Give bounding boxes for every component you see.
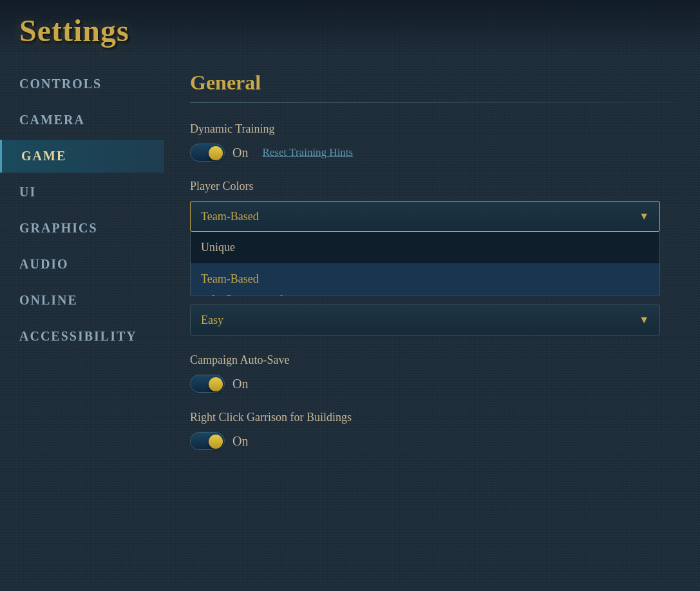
dynamic-training-group: Dynamic Training On Reset Training Hints — [190, 122, 674, 162]
dynamic-training-label: Dynamic Training — [190, 122, 674, 136]
toggle-thumb — [209, 146, 223, 160]
campaign-autosave-toggle[interactable] — [190, 375, 225, 393]
dropdown-arrow-icon: ▼ — [639, 211, 649, 222]
app-container: Settings CONTROLS CAMERA GAME UI GRAPHIC… — [0, 0, 700, 591]
sidebar-item-audio[interactable]: AUDIO — [0, 248, 164, 281]
right-click-garrison-group: Right Click Garrison for Buildings On — [190, 411, 674, 450]
player-colors-value: Team-Based — [201, 210, 259, 223]
main-layout: CONTROLS CAMERA GAME UI GRAPHICS AUDIO O… — [0, 55, 700, 591]
sidebar-item-graphics[interactable]: GRAPHICS — [0, 212, 164, 245]
sidebar-item-game[interactable]: GAME — [0, 140, 164, 173]
sidebar-item-accessibility[interactable]: ACCESSIBILITY — [0, 320, 164, 353]
player-colors-option-teambased[interactable]: Team-Based — [191, 263, 659, 295]
header: Settings — [0, 0, 700, 55]
garrison-toggle-thumb — [209, 435, 223, 449]
campaign-autosave-row: On — [190, 375, 674, 393]
dynamic-training-state: On — [232, 145, 248, 160]
section-divider — [190, 102, 674, 103]
sidebar-item-online[interactable]: ONLINE — [0, 284, 164, 317]
player-colors-group: Player Colors Team-Based ▼ Unique Team-B… — [190, 180, 674, 232]
campaign-autosave-group: Campaign Auto-Save On — [190, 353, 674, 393]
content-area: General Dynamic Training On Reset Traini… — [164, 55, 700, 591]
campaign-difficulty-arrow-icon: ▼ — [639, 314, 649, 326]
dynamic-training-row: On Reset Training Hints — [190, 144, 674, 162]
sidebar-item-controls[interactable]: CONTROLS — [0, 68, 164, 100]
toggle-track — [190, 144, 225, 162]
app-title: Settings — [19, 13, 681, 48]
right-click-garrison-toggle[interactable] — [190, 432, 225, 450]
section-title: General — [190, 71, 674, 95]
player-colors-dropdown[interactable]: Team-Based ▼ — [190, 201, 660, 232]
campaign-autosave-label: Campaign Auto-Save — [190, 353, 674, 367]
sidebar-item-camera[interactable]: CAMERA — [0, 104, 164, 136]
player-colors-option-unique[interactable]: Unique — [191, 232, 659, 263]
garrison-toggle-track — [190, 432, 225, 450]
autosave-toggle-track — [190, 375, 225, 393]
campaign-difficulty-value: Easy — [201, 314, 223, 327]
right-click-garrison-label: Right Click Garrison for Buildings — [190, 411, 674, 424]
reset-training-hints-link[interactable]: Reset Training Hints — [262, 146, 353, 159]
dynamic-training-toggle[interactable] — [190, 144, 225, 162]
campaign-difficulty-dropdown[interactable]: Easy ▼ — [190, 305, 660, 335]
player-colors-label: Player Colors — [190, 180, 674, 193]
player-colors-dropdown-container: Team-Based ▼ Unique Team-Based — [190, 201, 674, 232]
right-click-garrison-state: On — [232, 434, 248, 449]
sidebar: CONTROLS CAMERA GAME UI GRAPHICS AUDIO O… — [0, 55, 164, 591]
sidebar-item-ui[interactable]: UI — [0, 176, 164, 209]
right-click-garrison-row: On — [190, 432, 674, 450]
autosave-toggle-thumb — [209, 377, 223, 391]
campaign-autosave-state: On — [232, 377, 248, 391]
player-colors-menu: Unique Team-Based — [190, 232, 660, 296]
